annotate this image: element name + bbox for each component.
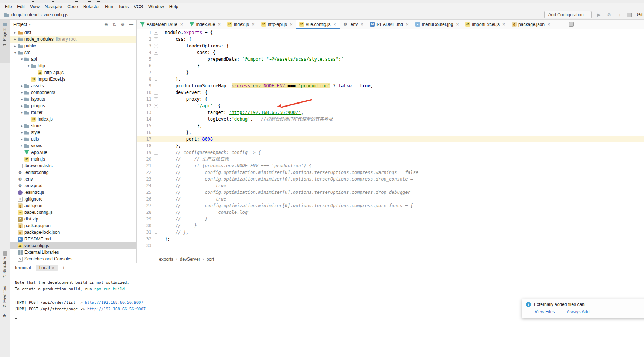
code-line-9[interactable]: 9 productionSourceMap: process.env.NODE_… [137, 82, 644, 89]
settings-gear-icon[interactable]: ⚙ [606, 12, 612, 17]
menu-item-view[interactable]: View [27, 3, 42, 10]
code-line-14[interactable]: 14 logLevel:'debug', //控制台终端打印代理前的真实地址 [137, 116, 644, 122]
breadcrumb-exports[interactable]: exports [159, 257, 173, 262]
tree-item-vue-config-js[interactable]: vue.config.js [10, 242, 136, 249]
breadcrumb-port[interactable]: port [207, 257, 214, 262]
tree-item-gitignore[interactable]: .gitignore [10, 196, 136, 202]
tree-item-node-modules[interactable]: ▸node_moduleslibrary root [10, 36, 136, 43]
editor-tab-index-vue[interactable]: index.vue× [186, 20, 224, 29]
code-line-7[interactable]: 7 } [137, 69, 644, 76]
fold-marker-icon[interactable] [151, 151, 160, 155]
code-line-6[interactable]: 6 } [137, 63, 644, 69]
editor-tab-menurouter-jpg[interactable]: menuRouter.jpg× [412, 20, 462, 29]
terminal-link[interactable]: http://192.168.66.56:9007 [87, 307, 146, 311]
fold-marker-icon[interactable] [151, 65, 160, 67]
chevron-down-icon[interactable]: ▾ [26, 64, 31, 68]
close-tab-icon[interactable]: × [502, 22, 505, 27]
chevron-right-icon[interactable]: ▸ [13, 31, 18, 34]
editor-tab-importexcel-js[interactable]: importExcel.js× [462, 20, 508, 29]
fold-marker-icon[interactable] [151, 91, 160, 95]
code-line-17[interactable]: 17 port: 8008 [137, 136, 644, 142]
code-line-23[interactable]: 23 // config.optimization.minimizer[0].o… [137, 176, 644, 182]
always-add-link[interactable]: Always Add [566, 309, 589, 314]
code-line-12[interactable]: 12 '/api': { [137, 102, 644, 109]
tree-item-eslintrc-js[interactable]: .eslintrc.js [10, 189, 136, 196]
favorites-star-icon[interactable]: ★ [2, 313, 7, 318]
code-line-1[interactable]: 1module.exports = { [137, 29, 644, 36]
new-terminal-icon[interactable]: + [62, 265, 65, 271]
chevron-down-icon[interactable]: ▾ [13, 51, 18, 54]
tree-item-views[interactable]: ▸views [10, 142, 136, 149]
menu-item-vcs[interactable]: VCS [131, 3, 146, 10]
chevron-right-icon[interactable]: ▸ [13, 44, 18, 48]
project-panel-title[interactable]: Project [13, 22, 27, 27]
code-line-21[interactable]: 21 // if (process.env.NODE_ENV === 'prod… [137, 162, 644, 169]
fold-marker-icon[interactable] [151, 31, 160, 35]
code-line-20[interactable]: 20 // // 生产去除日志 [137, 156, 644, 162]
tree-item-package-lock-json[interactable]: package-lock.json [10, 229, 136, 236]
close-tab-icon[interactable]: × [180, 22, 183, 27]
close-tab-icon[interactable]: × [548, 22, 550, 27]
close-tab-icon[interactable]: × [334, 22, 336, 27]
code-line-24[interactable]: 24 // true [137, 182, 644, 189]
tree-item-editorconfig[interactable]: .editorconfig [10, 169, 136, 176]
tree-item-browserslistrc[interactable]: .browserslistrc [10, 162, 136, 169]
tree-item-plugins[interactable]: ▸plugins [10, 102, 136, 109]
code-line-22[interactable]: 22 // config.optimization.minimizer[0].o… [137, 169, 644, 176]
chevron-right-icon[interactable]: ▸ [19, 137, 24, 141]
editor-tab-index-js[interactable]: index.js× [224, 20, 258, 29]
code-line-19[interactable]: 19 // configureWebpack: config => { [137, 149, 644, 156]
tree-item-importexcel-js[interactable]: importExcel.js [10, 76, 136, 82]
tree-item-scratches-and-consoles[interactable]: Scratches and Consoles [10, 256, 136, 262]
close-tab-icon[interactable]: × [406, 22, 409, 27]
menu-item-edit[interactable]: Edit [14, 3, 27, 10]
editor-tab-asidemenu-vue[interactable]: AsideMenu.vue× [137, 20, 186, 29]
tree-item-external-libraries[interactable]: External Libraries [10, 249, 136, 256]
fold-marker-icon[interactable] [151, 71, 160, 74]
tree-item-babel-config-js[interactable]: babel.config.js [10, 209, 136, 216]
code-line-10[interactable]: 10 devServer: { [137, 89, 644, 96]
tree-item-dist[interactable]: ▸dist [10, 29, 136, 36]
code-line-27[interactable]: 27 // config.optimization.minimizer[0].o… [137, 202, 644, 209]
fold-marker-icon[interactable] [151, 131, 160, 134]
panel-settings-gear-icon[interactable]: ⚙ [120, 22, 125, 27]
chevron-down-icon[interactable]: ▾ [19, 57, 24, 61]
close-tab-icon[interactable]: × [218, 22, 221, 27]
fold-marker-icon[interactable] [151, 44, 160, 48]
code-line-13[interactable]: 13 target: 'http://192.168.66.56:9007', [137, 109, 644, 116]
tree-item-utils[interactable]: ▸utils [10, 136, 136, 142]
close-tab-icon[interactable]: × [456, 22, 459, 27]
code-line-29[interactable]: 29 // ] [137, 216, 644, 222]
code-line-26[interactable]: 26 // true [137, 196, 644, 202]
close-icon[interactable]: × [52, 266, 54, 270]
chevron-right-icon[interactable]: ▸ [19, 91, 24, 94]
code-line-33[interactable]: 33 [137, 242, 644, 249]
tab-strip-end-icon[interactable] [569, 22, 574, 27]
collapse-all-icon[interactable]: ⇅ [112, 22, 116, 27]
chevron-right-icon[interactable]: ▸ [19, 131, 24, 134]
tool-window-structure[interactable]: 7: Structure [2, 257, 7, 278]
menu-item-refactor[interactable]: Refactor [81, 3, 102, 10]
tree-item-layouts[interactable]: ▸layouts [10, 96, 136, 102]
run-icon[interactable]: ▶ [596, 12, 602, 17]
fold-marker-icon[interactable] [151, 97, 160, 101]
chevron-right-icon[interactable]: ▸ [19, 84, 24, 88]
close-tab-icon[interactable]: × [361, 22, 363, 27]
menu-item-run[interactable]: Run [102, 3, 116, 10]
chevron-down-icon[interactable]: ▾ [29, 23, 31, 26]
fold-marker-icon[interactable] [151, 145, 160, 147]
locate-target-icon[interactable]: ⊕ [104, 22, 108, 27]
breadcrumb-devserver[interactable]: devServer [180, 257, 200, 262]
code-line-32[interactable]: 32}; [137, 236, 644, 242]
code-line-8[interactable]: 8 }, [137, 76, 644, 82]
fold-marker-icon[interactable] [151, 238, 160, 240]
structure-icon[interactable] [3, 251, 7, 256]
terminal-link[interactable]: http://192.168.66.56:9007 [85, 300, 143, 304]
tree-item-store[interactable]: ▸store [10, 122, 136, 129]
chevron-down-icon[interactable]: ▾ [19, 111, 24, 114]
tree-item-readme-md[interactable]: README.md [10, 236, 136, 242]
editor-tab-vue-config-js[interactable]: vue.config.js× [296, 20, 340, 29]
tree-item-index-js[interactable]: index.js [10, 116, 136, 122]
code-line-11[interactable]: 11 proxy: { [137, 96, 644, 102]
code-line-31[interactable]: 31 // }, [137, 229, 644, 236]
